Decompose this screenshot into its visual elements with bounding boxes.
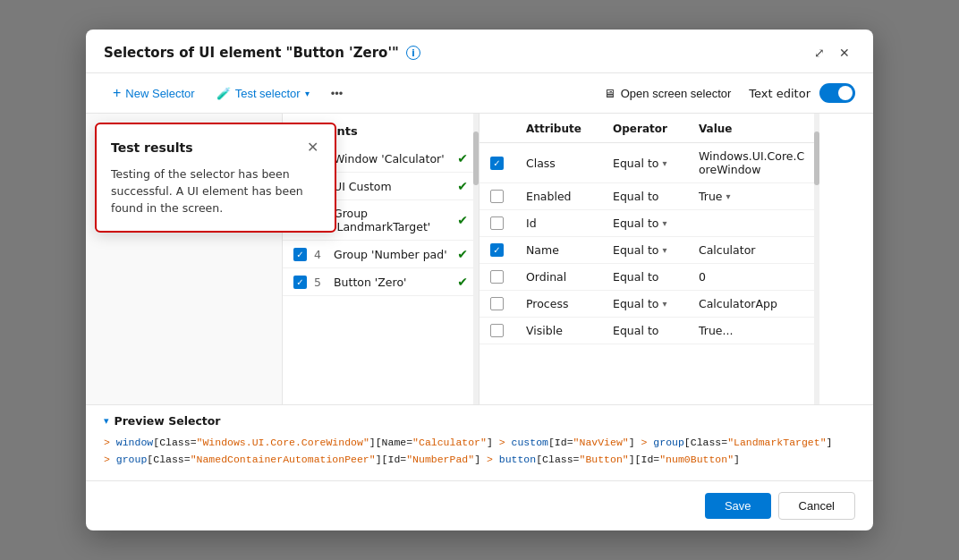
open-screen-button[interactable]: 🖥 Open screen selector <box>595 82 741 105</box>
dialog-header: Selectors of UI element "Button 'Zero'" … <box>86 30 873 73</box>
attr-scrollbar-track <box>814 114 819 404</box>
value-dropdown-enabled[interactable]: ▾ <box>726 191 731 201</box>
table-row: ✓ Class Equal to▾ Windows.UI.Core.CoreWi… <box>480 143 819 183</box>
save-button[interactable]: Save <box>705 493 771 519</box>
table-row: Enabled Equal to True▾ <box>480 183 819 210</box>
popup-body-text: Testing of the selector has been success… <box>111 166 320 216</box>
toolbar: + New Selector 🧪 Test selector ▾ ••• 🖥 O… <box>86 73 873 114</box>
attr-checkbox-visible[interactable] <box>490 324 504 337</box>
col-value: Value <box>688 114 819 143</box>
element-checkbox-5[interactable]: ✓ <box>293 276 307 289</box>
test-selector-label: Test selector <box>235 87 301 100</box>
toolbar-right: 🖥 Open screen selector Text editor <box>595 82 855 105</box>
col-attribute-label: Attribute <box>515 114 602 143</box>
table-row: Visible Equal to True... <box>480 318 819 344</box>
dialog-footer: Save Cancel <box>86 480 873 530</box>
attr-checkbox-id[interactable] <box>490 216 504 230</box>
test-selector-button[interactable]: 🧪 Test selector ▾ <box>208 82 318 105</box>
header-controls: ⤢ ✕ <box>809 42 855 64</box>
minimize-button[interactable]: ⤢ <box>809 42 830 64</box>
left-panel: Test results ✕ Testing of the selector h… <box>86 114 283 404</box>
test-results-popup: Test results ✕ Testing of the selector h… <box>95 123 336 233</box>
preview-header[interactable]: ▾ Preview Selector <box>104 414 855 428</box>
success-icon-5: ✔ <box>457 275 468 289</box>
screen-icon: 🖥 <box>604 87 615 100</box>
success-icon-3: ✔ <box>457 213 468 227</box>
preview-section: ▾ Preview Selector > window[Class="Windo… <box>86 404 873 480</box>
attr-checkbox-process[interactable] <box>490 297 504 310</box>
operator-dropdown-name[interactable]: ▾ <box>662 245 666 255</box>
preview-label: Preview Selector <box>115 414 221 428</box>
more-options-button[interactable]: ••• <box>322 82 352 105</box>
code-line-1: > window[Class="Windows.UI.Core.CoreWind… <box>104 435 855 451</box>
preview-code: > window[Class="Windows.UI.Core.CoreWind… <box>104 435 855 468</box>
element-checkbox-4[interactable]: ✓ <box>293 248 307 261</box>
info-icon[interactable]: i <box>406 46 420 60</box>
attr-checkbox-enabled[interactable] <box>490 190 504 203</box>
col-attribute <box>480 114 515 143</box>
flask-icon: 🧪 <box>216 87 231 100</box>
new-selector-label: New Selector <box>125 87 194 100</box>
popup-header: Test results ✕ <box>111 137 320 157</box>
table-row: ✓ Name Equal to▾ Calculator <box>480 237 819 264</box>
success-icon-1: ✔ <box>457 151 468 165</box>
text-editor-label: Text editor <box>749 87 810 100</box>
popup-title: Test results <box>111 140 193 155</box>
table-row: Id Equal to▾ <box>480 210 819 237</box>
dialog-title: Selectors of UI element "Button 'Zero'" … <box>104 45 420 61</box>
attr-checkbox-class[interactable]: ✓ <box>490 157 504 170</box>
attributes-table: Attribute Operator Value ✓ Class Equal t… <box>480 114 819 344</box>
list-item: ✓ 4 Group 'Number pad' ✔ <box>283 241 479 268</box>
new-selector-button[interactable]: + New Selector <box>104 81 204 106</box>
cancel-button[interactable]: Cancel <box>778 492 855 520</box>
table-row: Ordinal Equal to 0 <box>480 264 819 291</box>
success-icon-2: ✔ <box>457 179 468 193</box>
attr-checkbox-name[interactable]: ✓ <box>490 243 504 257</box>
scrollbar-thumb[interactable] <box>473 132 479 185</box>
operator-dropdown-process[interactable]: ▾ <box>662 299 666 309</box>
code-line-2: > group[Class="NamedContainerAutomationP… <box>104 452 855 468</box>
operator-dropdown-id[interactable]: ▾ <box>662 218 666 228</box>
scrollbar-track <box>473 114 479 404</box>
close-button[interactable]: ✕ <box>834 42 855 64</box>
table-header-row: Attribute Operator Value <box>480 114 819 143</box>
list-item: ✓ 5 Button 'Zero' ✔ <box>283 268 479 296</box>
col-operator: Operator <box>602 114 688 143</box>
text-editor-toggle[interactable] <box>819 83 855 103</box>
success-icon-4: ✔ <box>457 247 468 261</box>
table-row: Process Equal to▾ CalculatorApp <box>480 291 819 318</box>
plus-icon: + <box>113 85 121 101</box>
operator-dropdown-class[interactable]: ▾ <box>662 158 666 168</box>
dialog-body: Test results ✕ Testing of the selector h… <box>86 114 873 404</box>
open-screen-label: Open screen selector <box>621 87 732 100</box>
popup-close-button[interactable]: ✕ <box>305 137 320 157</box>
dialog-title-text: Selectors of UI element "Button 'Zero'" <box>104 45 399 61</box>
chevron-down-icon: ▾ <box>104 415 109 427</box>
attributes-panel: Attribute Operator Value ✓ Class Equal t… <box>480 114 819 404</box>
attr-scrollbar-thumb[interactable] <box>814 132 819 185</box>
chevron-down-icon: ▾ <box>305 89 310 98</box>
selector-dialog: Selectors of UI element "Button 'Zero'" … <box>86 30 873 530</box>
attr-checkbox-ordinal[interactable] <box>490 270 504 284</box>
